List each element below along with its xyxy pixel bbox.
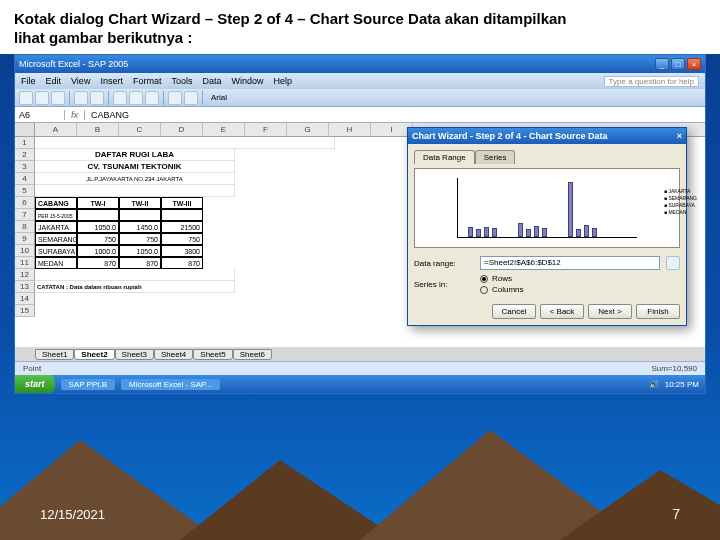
row-header[interactable]: 6 — [15, 197, 35, 209]
radio-rows[interactable]: Rows — [480, 274, 524, 283]
taskbar-item[interactable]: Microsoft Excel - SAP... — [121, 379, 220, 390]
cut-icon[interactable] — [113, 91, 127, 105]
row-header[interactable]: 10 — [15, 245, 35, 257]
save-icon[interactable] — [51, 91, 65, 105]
menu-window[interactable]: Window — [231, 76, 263, 86]
cell[interactable] — [77, 209, 119, 221]
cell[interactable]: 870 — [77, 257, 119, 269]
menu-format[interactable]: Format — [133, 76, 162, 86]
sheet-tab[interactable]: Sheet2 — [74, 349, 114, 360]
col-header[interactable]: G — [287, 123, 329, 136]
preview-icon[interactable] — [90, 91, 104, 105]
paste-icon[interactable] — [145, 91, 159, 105]
cell[interactable]: SURABAYA — [35, 245, 77, 257]
row-header[interactable]: 8 — [15, 221, 35, 233]
menu-file[interactable]: File — [21, 76, 36, 86]
col-header[interactable]: D — [161, 123, 203, 136]
row-header[interactable]: 1 — [15, 137, 35, 149]
sheet-tab[interactable]: Sheet5 — [193, 349, 232, 360]
cancel-button[interactable]: Cancel — [492, 304, 536, 319]
cell[interactable]: 1050.0 — [119, 245, 161, 257]
help-search[interactable]: Type a question for help — [604, 76, 699, 87]
cell[interactable]: TW-II — [119, 197, 161, 209]
row-header[interactable]: 12 — [15, 269, 35, 281]
open-icon[interactable] — [35, 91, 49, 105]
menu-data[interactable]: Data — [202, 76, 221, 86]
minimize-button[interactable]: _ — [655, 58, 669, 70]
col-header[interactable]: B — [77, 123, 119, 136]
cell[interactable]: 1450.0 — [119, 221, 161, 233]
wizard-close-icon[interactable]: × — [677, 131, 682, 141]
row-header[interactable]: 14 — [15, 293, 35, 305]
col-header[interactable]: A — [35, 123, 77, 136]
clock[interactable]: 10:25 PM — [665, 380, 699, 389]
formula-content[interactable]: CABANG — [85, 110, 135, 120]
cell[interactable]: 3800 — [161, 245, 203, 257]
fx-icon[interactable]: fx — [65, 110, 85, 120]
menu-tools[interactable]: Tools — [171, 76, 192, 86]
col-header[interactable]: E — [203, 123, 245, 136]
cell[interactable]: TW-I — [77, 197, 119, 209]
cell[interactable]: 21500 — [161, 221, 203, 233]
cell[interactable]: 1050.0 — [77, 221, 119, 233]
cell[interactable]: CABANG — [35, 197, 77, 209]
status-bar: Point Sum=10,590 — [15, 361, 705, 375]
data-range-label: Data range: — [414, 259, 474, 268]
sheet-tab[interactable]: Sheet3 — [115, 349, 154, 360]
row-header[interactable]: 4 — [15, 173, 35, 185]
sheet-tab[interactable]: Sheet6 — [233, 349, 272, 360]
row-header[interactable]: 5 — [15, 185, 35, 197]
row-header[interactable]: 13 — [15, 281, 35, 293]
menu-insert[interactable]: Insert — [100, 76, 123, 86]
cell[interactable]: JAKARTA — [35, 221, 77, 233]
start-button[interactable]: start — [15, 375, 55, 393]
finish-button[interactable]: Finish — [636, 304, 680, 319]
radio-columns[interactable]: Columns — [480, 285, 524, 294]
redo-icon[interactable] — [184, 91, 198, 105]
close-button[interactable]: × — [687, 58, 701, 70]
tab-data-range[interactable]: Data Range — [414, 150, 475, 164]
print-icon[interactable] — [74, 91, 88, 105]
col-header[interactable]: H — [329, 123, 371, 136]
row-header[interactable]: 3 — [15, 161, 35, 173]
row-header[interactable]: 9 — [15, 233, 35, 245]
menu-view[interactable]: View — [71, 76, 90, 86]
cell[interactable]: MEDAN — [35, 257, 77, 269]
menu-help[interactable]: Help — [273, 76, 292, 86]
sheet-tab[interactable]: Sheet1 — [35, 349, 74, 360]
new-icon[interactable] — [19, 91, 33, 105]
select-all-corner[interactable] — [15, 123, 35, 136]
chart-legend: ■ JAKARTA■ SEMARANG■ SURABAYA■ MEDAN — [664, 188, 697, 216]
tray-icon[interactable]: 🔊 — [649, 380, 659, 389]
menu-edit[interactable]: Edit — [46, 76, 62, 86]
data-range-input[interactable]: =Sheet2!$A$6:$D$12 — [480, 256, 660, 270]
range-picker-icon[interactable] — [666, 256, 680, 270]
col-header[interactable]: F — [245, 123, 287, 136]
cell[interactable]: 750 — [77, 233, 119, 245]
cell[interactable]: 750 — [161, 233, 203, 245]
row-header[interactable]: 2 — [15, 149, 35, 161]
next-button[interactable]: Next > — [588, 304, 632, 319]
cell[interactable]: TW-III — [161, 197, 203, 209]
back-button[interactable]: < Back — [540, 304, 584, 319]
font-selector[interactable]: Arial — [211, 93, 227, 102]
copy-icon[interactable] — [129, 91, 143, 105]
maximize-button[interactable]: □ — [671, 58, 685, 70]
cell[interactable] — [119, 209, 161, 221]
row-header[interactable]: 15 — [15, 305, 35, 317]
cell[interactable]: PER 15-5-2005 — [35, 209, 77, 221]
cell[interactable]: SEMARANG — [35, 233, 77, 245]
cell[interactable]: 750 — [119, 233, 161, 245]
tab-series[interactable]: Series — [475, 150, 516, 164]
cell[interactable]: 1000.0 — [77, 245, 119, 257]
name-box[interactable]: A6 — [15, 110, 65, 120]
row-header[interactable]: 11 — [15, 257, 35, 269]
cell[interactable] — [161, 209, 203, 221]
row-header[interactable]: 7 — [15, 209, 35, 221]
cell[interactable]: 870 — [119, 257, 161, 269]
sheet-tab[interactable]: Sheet4 — [154, 349, 193, 360]
taskbar-item[interactable]: SAP PPt.B — [61, 379, 116, 390]
col-header[interactable]: C — [119, 123, 161, 136]
undo-icon[interactable] — [168, 91, 182, 105]
cell[interactable]: 870 — [161, 257, 203, 269]
